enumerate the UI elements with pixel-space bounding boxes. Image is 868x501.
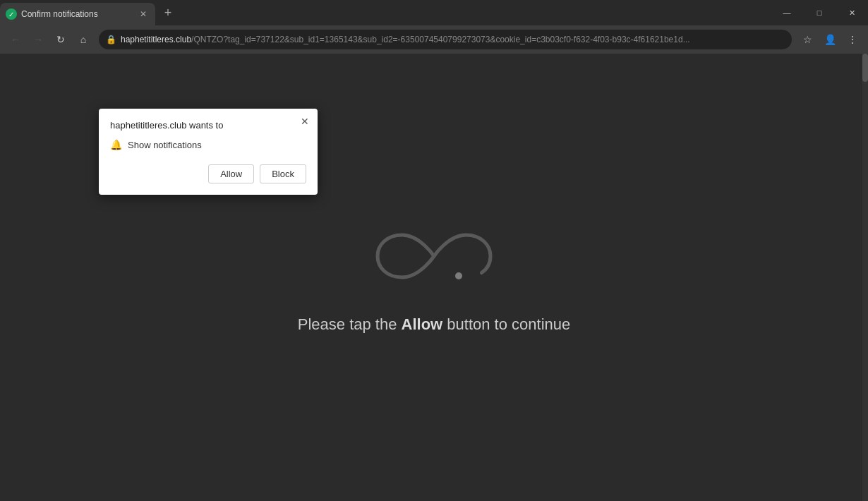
favicon-circle: ✓ [6,8,17,20]
cta-bold: Allow [402,315,443,333]
forward-button[interactable]: → [28,30,48,49]
scrollbar-thumb [862,54,868,82]
tab-favicon: ✓ [6,8,17,20]
cta-prefix: Please tap the [298,315,402,333]
back-button[interactable]: ← [6,30,25,49]
popup-permission-row: 🔔 Show notifications [110,139,306,150]
maximize-button[interactable]: □ [803,0,836,25]
cta-text: Please tap the Allow button to continue [298,315,570,334]
cta-suffix: button to continue [442,315,570,333]
profile-button[interactable]: 👤 [820,30,840,49]
lock-icon: 🔒 [106,35,116,44]
tab-close-button[interactable]: ✕ [137,8,150,20]
block-button[interactable]: Block [260,164,306,183]
svg-point-0 [455,272,462,279]
title-bar: ✓ Confirm notifications ✕ + — □ ✕ [0,0,868,25]
page-content: ✕ haphetititleres.club wants to 🔔 Show n… [0,54,868,501]
popup-actions: Allow Block [110,164,306,183]
minimize-button[interactable]: — [771,0,803,25]
popup-permission-text: Show notifications [128,140,202,150]
infinity-loader [374,221,494,294]
active-tab[interactable]: ✓ Confirm notifications ✕ [0,3,155,25]
reload-button[interactable]: ↻ [51,30,71,49]
popup-close-button[interactable]: ✕ [298,114,312,128]
address-text: haphetititleres.club/QNTZO?tag_id=737122… [121,35,785,44]
allow-button[interactable]: Allow [208,164,254,183]
url-domain: haphetititleres.club [121,35,191,44]
new-tab-button[interactable]: + [158,3,178,23]
popup-site-text: haphetititleres.club wants to [110,120,306,131]
notification-popup: ✕ haphetititleres.club wants to 🔔 Show n… [99,109,318,195]
home-button[interactable]: ⌂ [73,30,93,49]
tab-strip: ✓ Confirm notifications ✕ + [0,0,178,25]
url-path: /QNTZO?tag_id=737122&sub_id1=1365143&sub… [191,35,690,44]
window-controls: — □ ✕ [771,0,868,25]
chrome-window: ✓ Confirm notifications ✕ + — □ ✕ ← → ↻ … [0,0,868,501]
tab-title-label: Confirm notifications [21,9,133,19]
scrollbar[interactable] [862,54,868,501]
address-bar: ← → ↻ ⌂ 🔒 haphetititleres.club/QNTZO?tag… [0,25,868,54]
bell-icon: 🔔 [110,139,122,150]
close-button[interactable]: ✕ [836,0,868,25]
address-input[interactable]: 🔒 haphetititleres.club/QNTZO?tag_id=7371… [99,30,792,49]
bookmark-button[interactable]: ☆ [797,30,817,49]
menu-button[interactable]: ⋮ [843,30,862,49]
